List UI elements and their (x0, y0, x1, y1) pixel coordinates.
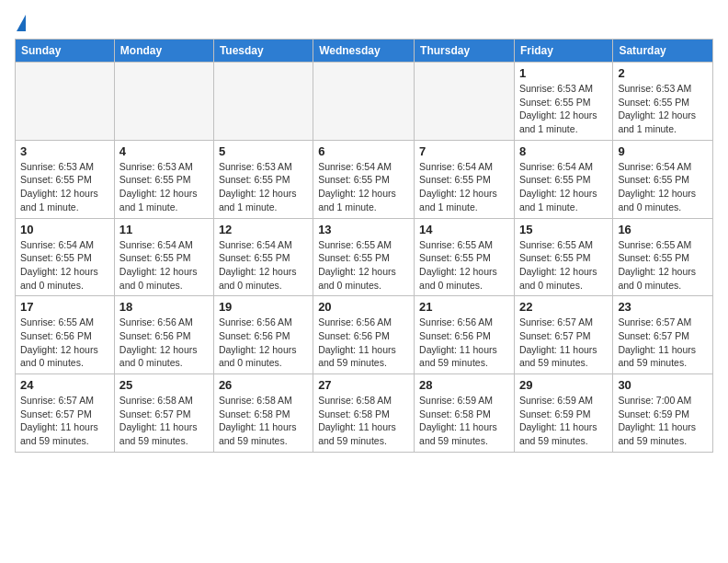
week-row-4: 17Sunrise: 6:55 AM Sunset: 6:56 PM Dayli… (16, 296, 713, 374)
calendar-cell: 11Sunrise: 6:54 AM Sunset: 6:55 PM Dayli… (114, 218, 213, 296)
day-number: 3 (20, 144, 109, 158)
logo-triangle-icon (17, 15, 26, 31)
day-info: Sunrise: 6:54 AM Sunset: 6:55 PM Dayligh… (618, 160, 708, 214)
calendar-cell: 8Sunrise: 6:54 AM Sunset: 6:55 PM Daylig… (514, 140, 612, 218)
calendar-cell: 13Sunrise: 6:55 AM Sunset: 6:55 PM Dayli… (313, 218, 415, 296)
calendar-cell: 9Sunrise: 6:54 AM Sunset: 6:55 PM Daylig… (613, 140, 713, 218)
day-number: 5 (219, 144, 308, 158)
calendar-cell: 22Sunrise: 6:57 AM Sunset: 6:57 PM Dayli… (514, 296, 612, 374)
day-number: 27 (318, 378, 409, 392)
calendar-cell: 10Sunrise: 6:54 AM Sunset: 6:55 PM Dayli… (16, 218, 115, 296)
day-info: Sunrise: 6:55 AM Sunset: 6:55 PM Dayligh… (318, 238, 409, 293)
day-number: 9 (618, 144, 708, 158)
week-row-3: 10Sunrise: 6:54 AM Sunset: 6:55 PM Dayli… (16, 218, 713, 296)
day-number: 26 (219, 378, 308, 392)
day-info: Sunrise: 6:54 AM Sunset: 6:55 PM Dayligh… (20, 238, 109, 293)
weekday-header-tuesday: Tuesday (213, 40, 313, 63)
day-number: 23 (618, 300, 708, 314)
weekday-header-saturday: Saturday (613, 40, 713, 63)
calendar-cell: 4Sunrise: 6:53 AM Sunset: 6:55 PM Daylig… (114, 140, 213, 218)
day-number: 12 (219, 223, 308, 236)
calendar-cell: 14Sunrise: 6:55 AM Sunset: 6:55 PM Dayli… (415, 218, 515, 296)
calendar-cell: 30Sunrise: 7:00 AM Sunset: 6:59 PM Dayli… (613, 374, 713, 453)
day-info: Sunrise: 6:56 AM Sunset: 6:56 PM Dayligh… (219, 316, 308, 370)
calendar-cell: 19Sunrise: 6:56 AM Sunset: 6:56 PM Dayli… (213, 296, 313, 374)
calendar-cell: 29Sunrise: 6:59 AM Sunset: 6:59 PM Dayli… (514, 374, 612, 453)
day-info: Sunrise: 6:57 AM Sunset: 6:57 PM Dayligh… (618, 316, 708, 370)
calendar-table: SundayMondayTuesdayWednesdayThursdayFrid… (15, 39, 713, 453)
day-info: Sunrise: 6:57 AM Sunset: 6:57 PM Dayligh… (20, 394, 109, 448)
weekday-header-thursday: Thursday (415, 40, 515, 63)
day-number: 13 (318, 223, 409, 236)
calendar-cell (114, 63, 213, 141)
day-number: 10 (20, 223, 109, 236)
calendar-cell: 18Sunrise: 6:56 AM Sunset: 6:56 PM Dayli… (114, 296, 213, 374)
day-number: 24 (20, 378, 109, 392)
day-number: 16 (618, 223, 708, 236)
day-number: 8 (519, 144, 608, 158)
calendar-cell: 1Sunrise: 6:53 AM Sunset: 6:55 PM Daylig… (514, 63, 612, 141)
day-number: 4 (119, 144, 209, 158)
calendar-cell: 27Sunrise: 6:58 AM Sunset: 6:58 PM Dayli… (313, 374, 415, 453)
calendar-cell: 25Sunrise: 6:58 AM Sunset: 6:57 PM Dayli… (114, 374, 213, 453)
day-number: 2 (618, 66, 708, 80)
calendar-cell (415, 63, 515, 141)
day-info: Sunrise: 6:55 AM Sunset: 6:55 PM Dayligh… (618, 238, 708, 293)
day-number: 6 (318, 144, 409, 158)
day-number: 30 (618, 378, 708, 392)
calendar-cell: 16Sunrise: 6:55 AM Sunset: 6:55 PM Dayli… (613, 218, 713, 296)
day-info: Sunrise: 7:00 AM Sunset: 6:59 PM Dayligh… (618, 394, 708, 448)
calendar-cell: 21Sunrise: 6:56 AM Sunset: 6:56 PM Dayli… (415, 296, 515, 374)
calendar-cell: 17Sunrise: 6:55 AM Sunset: 6:56 PM Dayli… (16, 296, 115, 374)
day-number: 15 (519, 223, 608, 236)
weekday-header-sunday: Sunday (16, 40, 115, 63)
week-row-1: 1Sunrise: 6:53 AM Sunset: 6:55 PM Daylig… (16, 63, 713, 141)
day-info: Sunrise: 6:54 AM Sunset: 6:55 PM Dayligh… (519, 160, 608, 214)
day-info: Sunrise: 6:59 AM Sunset: 6:59 PM Dayligh… (519, 394, 608, 448)
weekday-header-friday: Friday (514, 40, 612, 63)
day-info: Sunrise: 6:53 AM Sunset: 6:55 PM Dayligh… (519, 82, 608, 136)
calendar-cell: 7Sunrise: 6:54 AM Sunset: 6:55 PM Daylig… (415, 140, 515, 218)
day-info: Sunrise: 6:56 AM Sunset: 6:56 PM Dayligh… (419, 316, 509, 370)
weekday-header-row: SundayMondayTuesdayWednesdayThursdayFrid… (16, 40, 713, 63)
day-info: Sunrise: 6:58 AM Sunset: 6:58 PM Dayligh… (318, 394, 409, 448)
day-number: 22 (519, 300, 608, 314)
day-number: 19 (219, 300, 308, 314)
day-info: Sunrise: 6:56 AM Sunset: 6:56 PM Dayligh… (318, 316, 409, 370)
day-info: Sunrise: 6:54 AM Sunset: 6:55 PM Dayligh… (219, 238, 308, 293)
day-info: Sunrise: 6:56 AM Sunset: 6:56 PM Dayligh… (119, 316, 209, 370)
calendar-cell: 15Sunrise: 6:55 AM Sunset: 6:55 PM Dayli… (514, 218, 612, 296)
day-info: Sunrise: 6:58 AM Sunset: 6:58 PM Dayligh… (219, 394, 308, 448)
calendar-cell: 28Sunrise: 6:59 AM Sunset: 6:58 PM Dayli… (415, 374, 515, 453)
calendar-cell: 3Sunrise: 6:53 AM Sunset: 6:55 PM Daylig… (16, 140, 115, 218)
calendar-cell: 12Sunrise: 6:54 AM Sunset: 6:55 PM Dayli… (213, 218, 313, 296)
day-info: Sunrise: 6:54 AM Sunset: 6:55 PM Dayligh… (419, 160, 509, 214)
page: SundayMondayTuesdayWednesdayThursdayFrid… (0, 0, 728, 462)
day-info: Sunrise: 6:55 AM Sunset: 6:55 PM Dayligh… (419, 238, 509, 293)
calendar-cell (16, 63, 115, 141)
day-number: 21 (419, 300, 509, 314)
day-number: 17 (20, 300, 109, 314)
week-row-2: 3Sunrise: 6:53 AM Sunset: 6:55 PM Daylig… (16, 140, 713, 218)
calendar-cell (313, 63, 415, 141)
day-number: 28 (419, 378, 509, 392)
calendar-cell: 2Sunrise: 6:53 AM Sunset: 6:55 PM Daylig… (613, 63, 713, 141)
day-info: Sunrise: 6:55 AM Sunset: 6:55 PM Dayligh… (519, 238, 608, 293)
calendar-cell: 20Sunrise: 6:56 AM Sunset: 6:56 PM Dayli… (313, 296, 415, 374)
header (15, 15, 713, 31)
calendar-cell: 5Sunrise: 6:53 AM Sunset: 6:55 PM Daylig… (213, 140, 313, 218)
calendar-cell: 24Sunrise: 6:57 AM Sunset: 6:57 PM Dayli… (16, 374, 115, 453)
day-info: Sunrise: 6:53 AM Sunset: 6:55 PM Dayligh… (618, 82, 708, 136)
day-info: Sunrise: 6:59 AM Sunset: 6:58 PM Dayligh… (419, 394, 509, 448)
day-number: 20 (318, 300, 409, 314)
day-number: 14 (419, 223, 509, 236)
day-number: 7 (419, 144, 509, 158)
week-row-5: 24Sunrise: 6:57 AM Sunset: 6:57 PM Dayli… (16, 374, 713, 453)
day-info: Sunrise: 6:58 AM Sunset: 6:57 PM Dayligh… (119, 394, 209, 448)
day-number: 1 (519, 66, 608, 80)
day-number: 29 (519, 378, 608, 392)
day-info: Sunrise: 6:53 AM Sunset: 6:55 PM Dayligh… (119, 160, 209, 214)
day-info: Sunrise: 6:53 AM Sunset: 6:55 PM Dayligh… (20, 160, 109, 214)
day-info: Sunrise: 6:54 AM Sunset: 6:55 PM Dayligh… (119, 238, 209, 293)
day-number: 11 (119, 223, 209, 236)
